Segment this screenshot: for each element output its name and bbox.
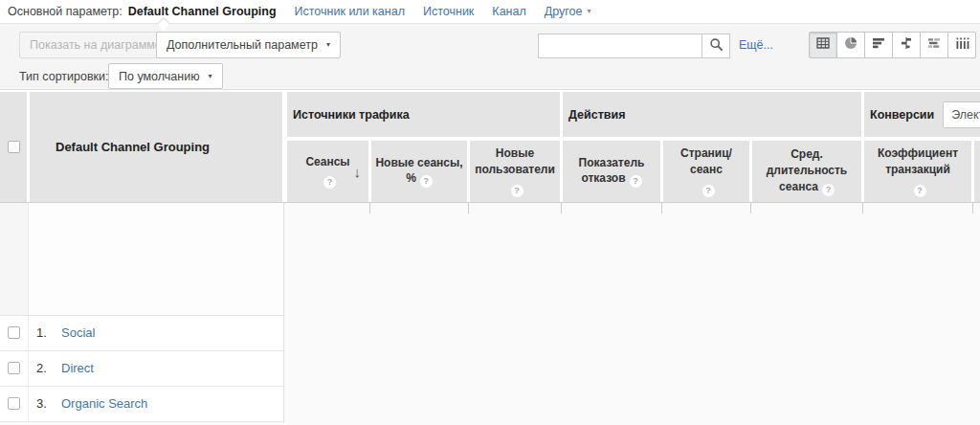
checkbox-column-background [0,203,28,316]
primary-dimension-label: Основной параметр: [8,5,122,18]
select-all-checkbox[interactable] [8,141,20,153]
search-icon [709,37,724,56]
column-divider-tick [468,203,469,213]
column-divider-tick [369,203,370,213]
comparison-bars-icon [899,35,914,55]
help-icon[interactable]: ? [630,175,642,188]
help-icon[interactable]: ? [420,175,433,188]
column-header-new-users[interactable]: Новые пользователи ? [470,141,560,202]
percentage-view-button[interactable] [836,32,865,58]
conversions-goal-value: Электр [951,108,980,122]
search-input[interactable] [538,34,702,58]
sort-type-dropdown[interactable]: По умолчанию ▾ [108,63,223,89]
analytics-report-page: Основной параметр: Default Channel Group… [0,0,980,425]
column-divider [283,316,284,422]
chevron-down-icon: ▾ [587,8,590,15]
comparison-view-button[interactable] [892,32,921,58]
plot-rows-button[interactable]: Показать на диаграмме [19,32,172,58]
group-label-behavior: Действия [568,108,625,122]
column-divider [28,203,29,316]
channel-link-direct[interactable]: Direct [61,361,94,375]
advanced-search-link[interactable]: Ещё... [739,38,773,52]
help-icon[interactable]: ? [914,185,926,197]
row-index: 2. [36,361,47,375]
column-group-behavior: Действия [563,92,861,137]
table-header: Default Channel Grouping Источники трафи… [0,92,980,203]
horizontal-bars-icon [871,35,886,55]
dimension-more-label: Другое [545,5,583,18]
column-label: Сред. длительность сеанса [767,147,848,193]
sort-type-value: По умолчанию [119,70,200,83]
table-row: 3. Organic Search [0,387,284,422]
column-label: Новые пользователи [473,145,557,178]
row-index: 3. [36,396,47,411]
help-icon[interactable]: ? [822,184,835,196]
pie-chart-icon [843,35,858,55]
pivot-view-button[interactable] [947,32,976,58]
view-switcher [809,32,976,58]
plot-rows-button-label: Показать на диаграмме [30,38,162,52]
column-divider-tick [661,203,662,213]
row-index: 1. [36,325,47,340]
column-divider [28,316,29,422]
dimension-link-source-medium[interactable]: Источник или канал [295,5,405,18]
column-group-traffic-sources: Источники трафика [287,92,560,137]
column-header-pages-per-session[interactable]: Страниц/сеанс ? [663,141,749,202]
column-group-conversions: Конверсии Электр [864,92,980,137]
search-button[interactable] [702,34,730,58]
help-icon[interactable]: ? [511,185,523,197]
dimension-link-source[interactable]: Источник [423,5,474,18]
column-label: Страниц/сеанс [666,145,746,178]
column-header-transaction-rate[interactable]: Коэффициент транзакций ? [864,141,971,202]
term-cloud-view-button[interactable] [920,32,948,58]
channel-link-social[interactable]: Social [61,325,95,340]
group-label-traffic-sources: Источники трафика [293,108,410,122]
chevron-down-icon: ▾ [326,41,330,49]
table-rows: 1. Social 2. Direct 3. Organic Search [0,316,980,425]
help-icon[interactable]: ? [323,176,336,189]
column-divider-tick [972,203,973,213]
sort-descending-icon: ↓ [354,162,362,182]
primary-dimension-bar: Основной параметр: Default Channel Group… [0,0,980,23]
dimension-selected-default-channel-grouping[interactable]: Default Channel Grouping [128,5,277,18]
table-row: 2. Direct [0,351,284,387]
table-row: 1. Social [0,316,284,351]
secondary-dimension-button[interactable]: Дополнительный параметр ▾ [156,32,341,58]
channel-link-organic-search[interactable]: Organic Search [61,396,147,411]
dimension-column-background [29,203,283,316]
column-divider-tick [862,203,863,213]
column-label: Коэффициент транзакций [867,145,969,178]
column-header-avg-session-duration[interactable]: Сред. длительность сеанса? [752,141,861,202]
dimension-link-medium[interactable]: Канал [492,5,525,18]
help-icon[interactable]: ? [702,185,715,197]
column-label: Сеансы [305,154,349,170]
table-grid-icon [815,35,831,55]
select-all-cell [0,92,27,202]
row-checkbox[interactable] [8,362,20,374]
column-header-default-channel-grouping[interactable]: Default Channel Grouping [30,92,282,202]
conversions-goal-dropdown[interactable]: Электр [943,101,980,128]
column-header-new-sessions-pct[interactable]: Новые сеансы, %? [371,141,467,202]
row-checkbox[interactable] [8,326,20,339]
pivot-table-icon [954,35,969,55]
sort-type-label: Тип сортировки: [19,70,109,83]
term-cloud-icon [926,35,942,55]
column-header-clipped [974,141,980,202]
column-divider-tick [750,203,751,213]
table-body-empty-region [0,203,980,316]
secondary-dimension-label: Дополнительный параметр [167,38,318,52]
data-view-button[interactable] [809,32,837,58]
column-divider [283,203,284,316]
chevron-down-icon: ▾ [209,73,212,80]
dimension-more-dropdown[interactable]: Другое ▾ [545,5,591,18]
performance-view-button[interactable] [864,32,893,58]
row-checkbox[interactable] [8,397,20,410]
column-header-sessions[interactable]: Сеансы ? ↓ [287,141,368,202]
column-header-bounce-rate[interactable]: Показатель отказов? [563,141,660,202]
column-divider-tick [561,203,562,213]
group-label-conversions: Конверсии [870,108,934,122]
